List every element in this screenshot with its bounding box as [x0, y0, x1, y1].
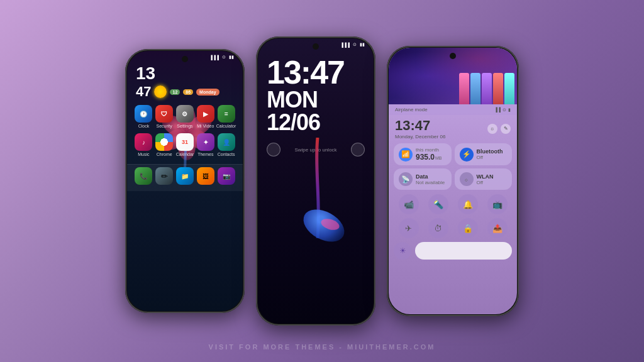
banner-figure-4 [493, 73, 503, 104]
phone2-bottom: Swipe up to unlock [258, 138, 374, 164]
cc-tiles: 📶 this month 935.0 MB ⚡ Bluetooth Off [389, 141, 517, 192]
cc-data-unit: MB [435, 156, 442, 160]
app-settings[interactable]: ⚙ Settings [175, 105, 195, 128]
phone2-camera-btn[interactable] [351, 143, 365, 156]
cc-toggles-row1: 📹 🔦 🔔 📺 [389, 192, 517, 216]
cc-toggle-cast[interactable]: 📺 [487, 194, 508, 214]
phone1-app-grid: 🕐 Clock 🛡 Security ⚙ Settings ▶ Mi Video [127, 101, 243, 164]
app-icon-clock[interactable]: 🕐 [135, 105, 152, 123]
p3-brightness-icon[interactable]: ☼ [487, 124, 497, 134]
p3-edit-icons: ☼ ✎ [487, 124, 511, 134]
cc-brightness-slider[interactable] [415, 242, 512, 260]
app-music[interactable]: ♪ Music [133, 133, 153, 156]
cc-wlan-text: WLAN Off [477, 173, 508, 185]
signal-icon: ▐▐▐ [209, 55, 219, 60]
cc-brightness-icon[interactable]: ☀ [394, 242, 411, 260]
dock-files[interactable]: 📁 [175, 167, 195, 186]
app-icon-music[interactable]: ♪ [135, 133, 152, 151]
app-label-security: Security [157, 124, 172, 128]
cc-tile-data[interactable]: 📶 this month 935.0 MB [394, 143, 452, 165]
phone2-swipe-hint: Swipe up to unlock [280, 147, 351, 153]
dock-pen[interactable]: ✏ [154, 167, 174, 186]
cc-toggle-share[interactable]: 📤 [487, 218, 508, 238]
phone2-time: 13:47 MON 12/06 [258, 47, 374, 138]
cc-wlan-icon: ⬦ [460, 172, 474, 186]
dock-gallery[interactable]: 🖼 [196, 167, 216, 186]
app-icon-chrome[interactable] [155, 133, 173, 151]
dock-icon-gallery[interactable]: 🖼 [197, 167, 214, 185]
app-label-chrome: Chrome [157, 152, 172, 156]
app-icon-security[interactable]: 🛡 [155, 105, 173, 123]
banner-figures [457, 73, 517, 104]
phone1-min: 47 [136, 84, 151, 100]
p3-battery-icon: ▮ [508, 107, 511, 112]
app-security[interactable]: 🛡 Security [154, 105, 174, 128]
phone1-screen: ▐▐▐ ⊙ ▮▮ 13 47 12 86 Monday [127, 51, 243, 311]
phone2-date: 12/06 [267, 111, 365, 134]
cc-toggle-dnd[interactable]: 🔔 [458, 194, 478, 214]
punch-hole-1 [182, 56, 188, 62]
app-icon-mivideo[interactable]: ▶ [197, 105, 214, 123]
p3-signal-icon: ▐▐ [494, 107, 501, 112]
cc-toggle-timer[interactable]: ⏱ [428, 218, 448, 238]
p3-edit-icon[interactable]: ✎ [501, 124, 511, 134]
cc-tile-wlan[interactable]: ⬦ WLAN Off [455, 168, 513, 190]
app-calculator[interactable]: = Calculator [216, 105, 236, 128]
phone3-screen: Airplane mode ▐▐ ⊙ ▮ 13:47 Monday, Decem… [389, 48, 517, 314]
phone2-hour-display: 13:47 [267, 56, 365, 89]
phones-row: ▐▐▐ ⊙ ▮▮ 13 47 12 86 Monday [125, 0, 519, 362]
app-chrome[interactable]: Chrome [154, 133, 174, 156]
cc-toggle-video[interactable]: 📹 [399, 194, 419, 214]
cc-bluetooth-text: Bluetooth Off [477, 148, 508, 160]
dock-icon-phone[interactable]: 📞 [135, 167, 152, 185]
watermark: VISIT FOR MORE THEMES - MIUITHEMER.COM [209, 343, 436, 351]
cc-brightness-row: ☀ [389, 240, 517, 261]
banner-figure-2 [470, 73, 480, 104]
phone3-status-bar: Airplane mode ▐▐ ⊙ ▮ [389, 104, 517, 115]
app-icon-contacts[interactable]: 👤 [218, 133, 235, 151]
phone1-hour: 13 [136, 65, 234, 82]
banner-figure-5 [504, 73, 514, 104]
badge-12: 12 [170, 89, 180, 95]
app-label-clock: Clock [138, 124, 150, 128]
phone2-flashlight-btn[interactable] [267, 143, 280, 156]
app-label-mivideo: Mi Video [197, 124, 214, 128]
cc-toggle-airplane[interactable]: ✈ [399, 218, 419, 238]
app-contacts[interactable]: 👤 Contacts [216, 133, 236, 156]
phone-2: ▐▐▐ ⊙ ▮▮ 13:47 MON 12/06 Swipe up to unl… [256, 36, 375, 326]
cc-tile-bluetooth[interactable]: ⚡ Bluetooth Off [455, 143, 513, 165]
cc-wlan-label: WLAN [477, 173, 508, 180]
app-mivideo[interactable]: ▶ Mi Video [196, 105, 216, 128]
dock-camera[interactable]: 📷 [216, 167, 236, 186]
dock-icon-pen[interactable]: ✏ [155, 167, 173, 185]
cc-toggle-lock[interactable]: 🔒 [458, 218, 478, 238]
app-label-calculator: Calculator [216, 124, 236, 128]
p3-status-icons: ▐▐ ⊙ ▮ [494, 107, 511, 112]
banner-figure-3 [482, 73, 492, 104]
app-themes[interactable]: ✦ Themes [196, 133, 216, 156]
weather-sun-icon [154, 85, 167, 98]
phone2-day: MON [267, 89, 365, 111]
punch-hole-2 [313, 43, 319, 50]
wifi-icon: ⊙ [222, 55, 226, 60]
p3-wifi-icon: ⊙ [502, 107, 506, 112]
app-icon-calendar[interactable]: 31 [176, 133, 194, 151]
app-label-themes: Themes [197, 152, 213, 156]
cc-mobile-icon: 📡 [399, 172, 413, 186]
cc-bluetooth-sub: Off [477, 155, 508, 160]
p2-battery-icon: ▮▮ [360, 42, 365, 47]
cc-toggle-flashlight[interactable]: 🔦 [428, 194, 448, 214]
dock-icon-camera[interactable]: 📷 [218, 167, 235, 185]
app-clock[interactable]: 🕐 Clock [133, 105, 153, 128]
dock-phone[interactable]: 📞 [133, 167, 153, 186]
p2-wifi-icon: ⊙ [353, 42, 357, 47]
dock-icon-files[interactable]: 📁 [176, 167, 194, 185]
app-icon-themes[interactable]: ✦ [197, 133, 214, 151]
app-calendar[interactable]: 31 Calendar [175, 133, 195, 156]
phone1-dock: 📞 ✏ 📁 🖼 📷 [127, 164, 243, 191]
cc-tile-mobile[interactable]: 📡 Data Not available [394, 168, 452, 190]
cc-data-label: this month [416, 147, 447, 153]
app-icon-calculator[interactable]: = [218, 105, 235, 123]
app-icon-settings[interactable]: ⚙ [176, 105, 194, 123]
banner-figure-1 [459, 73, 469, 104]
